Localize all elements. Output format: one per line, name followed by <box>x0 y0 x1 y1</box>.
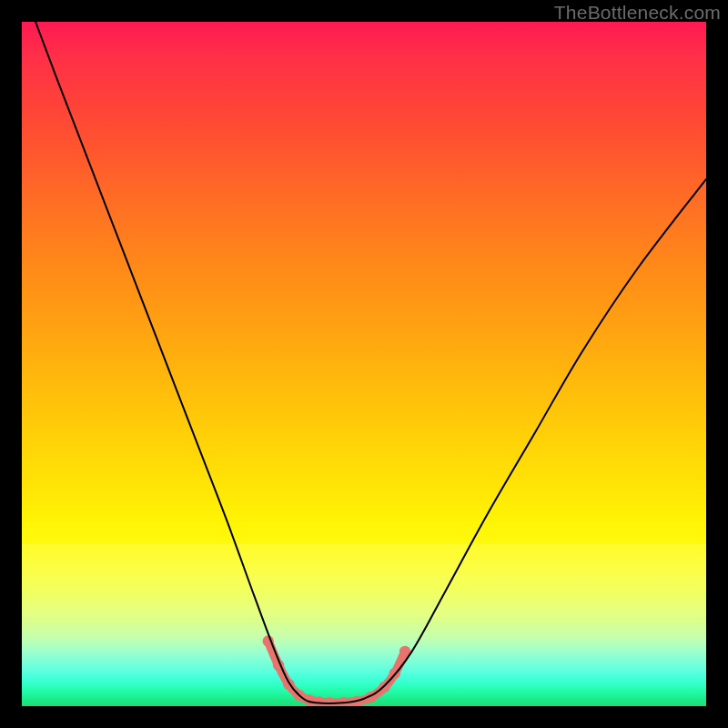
plot-area <box>22 22 706 706</box>
valley-dot <box>379 682 389 693</box>
series-group <box>35 22 706 706</box>
series-main-curve <box>35 22 706 703</box>
chart-svg <box>22 22 706 706</box>
chart-frame: TheBottleneck.com <box>0 0 728 728</box>
series-valley-highlight <box>268 642 405 703</box>
watermark-text: TheBottleneck.com <box>554 2 721 24</box>
